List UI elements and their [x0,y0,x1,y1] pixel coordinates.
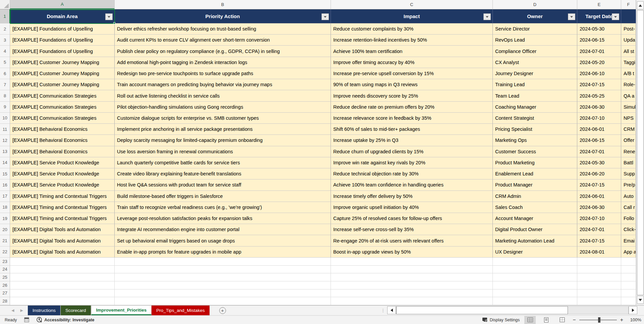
column-header-C[interactable]: C [331,0,493,9]
prev-sheet-icon[interactable]: ◀ [11,308,14,313]
cell-D19[interactable]: Account Manager [493,213,577,224]
cell-C28[interactable] [331,297,493,305]
row-number-22[interactable]: 22 [0,247,10,258]
cell-B11[interactable]: Implement price anchoring in all service… [115,124,331,135]
header-cell-E[interactable]: Target Date [577,9,621,23]
cell-F27[interactable] [621,289,636,298]
column-header-E[interactable]: E [577,0,621,9]
cell-B28[interactable] [115,297,331,305]
filter-button-B[interactable] [321,13,329,20]
cell-B20[interactable]: Integrate AI recommendation engine into … [115,224,331,235]
cell-E5[interactable]: 2024-05-20 [577,57,621,68]
cell-E26[interactable] [577,281,621,289]
cell-A6[interactable]: [EXAMPLE] Customer Journey Mapping [10,68,115,79]
scroll-up-button[interactable] [637,1,644,9]
cell-D4[interactable]: Compliance Officer [493,46,577,57]
cell-C8[interactable]: Improve needs discovery score by 25% [331,90,493,101]
row-number-7[interactable]: 7 [0,79,10,90]
cell-A7[interactable]: [EXAMPLE] Customer Journey Mapping [10,79,115,90]
accessibility-status[interactable]: Accessibility: Investigate [37,317,94,323]
cell-A27[interactable] [10,289,115,298]
cell-E10[interactable]: 2024-07-10 [577,113,621,124]
vertical-scrollbar[interactable] [636,0,644,305]
cell-C11[interactable]: Shift 60% of sales to mid-tier+ packages [331,124,493,135]
select-all-corner[interactable] [0,0,10,9]
cell-A24[interactable] [10,266,115,274]
cell-F7[interactable]: Role- [621,79,636,90]
cell-C22[interactable]: Boost in-app upgrade views by 50% [331,247,493,258]
cell-D12[interactable]: Marketing Ops [493,135,577,146]
cell-B12[interactable]: Deploy scarcity messaging for limited-ca… [115,135,331,146]
sheet-tab-instructions[interactable]: Instructions [28,306,61,315]
cell-B26[interactable] [115,281,331,289]
cell-E4[interactable]: 2024-07-01 [577,46,621,57]
cell-F11[interactable]: CRM [621,124,636,135]
cell-B5[interactable]: Add emotional high-point tagging in Zend… [115,57,331,68]
row-number-13[interactable]: 13 [0,146,10,157]
cell-B27[interactable] [115,289,331,298]
filter-button-E[interactable] [612,13,619,20]
cell-C4[interactable]: Achieve 100% team certification [331,46,493,57]
cell-B6[interactable]: Redesign two pre-service touchpoints to … [115,68,331,79]
cell-C7[interactable]: 90% of team using maps in Q3 reviews [331,79,493,90]
cell-B4[interactable]: Publish clear policy on regulatory compl… [115,46,331,57]
row-number-25[interactable]: 25 [0,273,10,281]
cell-B16[interactable]: Host live Q&A sessions with product team… [115,179,331,191]
row-number-12[interactable]: 12 [0,135,10,146]
cell-E13[interactable]: 2024-07-01 [577,146,621,157]
row-number-16[interactable]: 16 [0,179,10,191]
cell-F14[interactable]: Battl [621,157,636,168]
cell-E7[interactable]: 2024-07-15 [577,79,621,90]
cell-E24[interactable] [577,266,621,274]
cell-B18[interactable]: Train staff to recognize verbal readines… [115,202,331,213]
cell-D15[interactable]: Enablement Lead [493,168,577,179]
cell-F9[interactable]: Simul [621,102,636,113]
row-number-4[interactable]: 4 [0,46,10,57]
cell-A17[interactable]: [EXAMPLE] Timing and Contextual Triggers [10,191,115,202]
cell-A12[interactable]: [EXAMPLE] Behavioral Economics [10,135,115,146]
row-number-19[interactable]: 19 [0,213,10,224]
row-number-27[interactable]: 27 [0,289,10,298]
cell-A21[interactable]: [EXAMPLE] Digital Tools and Automation [10,235,115,246]
page-layout-view-button[interactable] [540,316,552,324]
cell-A23[interactable] [10,258,115,266]
cell-A8[interactable]: [EXAMPLE] Communication Strategies [10,90,115,101]
cell-D28[interactable] [493,297,577,305]
row-number-20[interactable]: 20 [0,224,10,235]
cell-C14[interactable]: Improve win rate against key rivals by 2… [331,157,493,168]
column-header-F[interactable]: F [621,0,636,9]
zoom-out-button[interactable]: − [573,317,576,323]
cell-A5[interactable]: [EXAMPLE] Customer Journey Mapping [10,57,115,68]
cell-A13[interactable]: [EXAMPLE] Behavioral Economics [10,146,115,157]
cell-A18[interactable]: [EXAMPLE] Timing and Contextual Triggers [10,202,115,213]
sheet-tab-improvement_priorities[interactable]: Improvement_Priorities [91,306,152,315]
cell-B19[interactable]: Leverage post-resolution satisfaction pe… [115,213,331,224]
vertical-scrollbar-thumb[interactable] [637,10,644,295]
column-header-D[interactable]: D [493,0,577,9]
cell-F15[interactable]: Supp [621,168,636,179]
row-number-8[interactable]: 8 [0,90,10,101]
row-number-28[interactable]: 28 [0,297,10,305]
cell-C27[interactable] [331,289,493,298]
row-number-3[interactable]: 3 [0,35,10,46]
cell-F21[interactable]: Emai [621,235,636,246]
cell-B23[interactable] [115,258,331,266]
row-number-24[interactable]: 24 [0,266,10,274]
cell-C16[interactable]: Achieve 100% team confidence in handling… [331,179,493,191]
cell-B24[interactable] [115,266,331,274]
cell-B17[interactable]: Build milestone-based offer triggers in … [115,191,331,202]
zoom-in-button[interactable]: + [620,317,623,323]
sheet-tab-scorecard[interactable]: Scorecard [61,306,91,315]
cell-A2[interactable]: [EXAMPLE] Foundations of Upselling [10,23,115,35]
cell-F5[interactable]: Taggi [621,57,636,68]
cell-B9[interactable]: Pilot objection-handling simulations usi… [115,102,331,113]
cell-D14[interactable]: Product Marketing [493,157,577,168]
cell-B25[interactable] [115,273,331,281]
cell-E19[interactable]: 2024-07-10 [577,213,621,224]
cell-F17[interactable]: Auto [621,191,636,202]
cell-F4[interactable]: All st [621,46,636,57]
cell-E20[interactable]: 2024-07-01 [577,224,621,235]
header-cell-A[interactable]: Domain Area [10,9,115,23]
header-cell-D[interactable]: Owner [493,9,577,23]
cell-C13[interactable]: Reduce churn of upgraded clients by 15% [331,146,493,157]
